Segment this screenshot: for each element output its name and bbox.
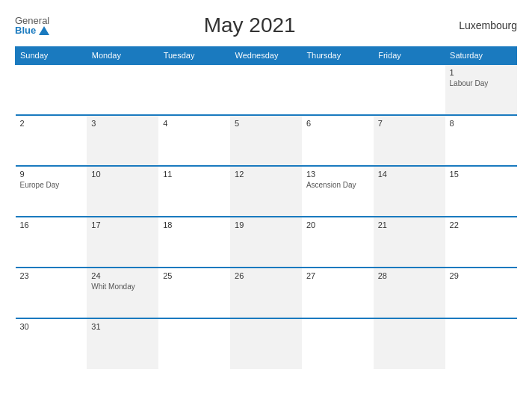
holiday-label: Europe Day [20,180,83,190]
calendar-cell [87,64,158,115]
calendar-cell [230,64,302,115]
calendar-cell: 20 [302,217,374,268]
day-number: 20 [306,220,369,229]
country-label: Luxembourg [450,19,517,31]
col-wednesday: Wednesday [230,47,302,65]
calendar-cell [158,64,230,115]
calendar-cell: 27 [302,268,374,318]
calendar-cell: 5 [230,115,302,166]
calendar-cell: 8 [445,115,517,166]
calendar-cell: 6 [302,115,374,166]
calendar-title: May 2021 [49,13,450,37]
col-thursday: Thursday [302,47,374,65]
calendar-cell: 31 [87,318,158,369]
day-number: 12 [235,170,297,179]
day-number: 4 [163,119,226,128]
day-number: 29 [450,271,513,280]
calendar-cell [230,318,302,369]
calendar-cell: 4 [158,115,230,166]
col-saturday: Saturday [445,47,517,65]
day-number: 27 [306,271,369,280]
day-number: 30 [20,322,83,331]
day-number: 17 [91,220,154,229]
day-number: 26 [235,271,297,280]
calendar-cell [158,318,230,369]
day-number: 16 [20,220,83,229]
day-number: 6 [306,119,369,128]
day-number: 21 [378,220,441,229]
calendar-cell: 26 [230,268,302,318]
day-number: 11 [163,170,226,179]
calendar-cell: 1Labour Day [445,64,517,115]
day-number: 7 [378,119,441,128]
calendar-header-row: Sunday Monday Tuesday Wednesday Thursday… [16,47,517,65]
calendar-page: General Blue May 2021 Luxembourg Sunday … [0,0,532,411]
day-number: 1 [450,68,513,77]
day-number: 25 [163,271,226,280]
day-number: 2 [20,119,83,128]
calendar-cell [445,318,517,369]
day-number: 9 [20,170,83,179]
logo: General Blue [15,16,49,35]
day-number: 15 [450,170,513,179]
day-number: 23 [20,271,83,280]
calendar-cell: 22 [445,217,517,268]
day-number: 19 [235,220,297,229]
calendar-cell: 21 [374,217,445,268]
day-number: 18 [163,220,226,229]
calendar-cell: 18 [158,217,230,268]
calendar-cell: 13Ascension Day [302,166,374,217]
calendar-cell: 16 [16,217,87,268]
calendar-cell [16,64,87,115]
calendar-cell: 24Whit Monday [87,268,158,318]
calendar-cell: 10 [87,166,158,217]
holiday-label: Ascension Day [306,180,369,190]
calendar-cell [374,64,445,115]
calendar-body: 1Labour Day23456789Europe Day10111213Asc… [16,64,517,369]
col-sunday: Sunday [16,47,87,65]
day-number: 24 [91,271,154,280]
col-tuesday: Tuesday [158,47,230,65]
calendar-cell: 14 [374,166,445,217]
holiday-label: Whit Monday [91,282,154,291]
day-number: 14 [378,170,441,179]
calendar-cell [302,64,374,115]
calendar-cell [302,318,374,369]
holiday-label: Labour Day [450,78,513,88]
day-number: 3 [91,119,154,128]
calendar-cell: 17 [87,217,158,268]
col-monday: Monday [87,47,158,65]
day-number: 10 [91,170,154,179]
calendar-header: General Blue May 2021 Luxembourg [15,13,517,37]
calendar-cell: 7 [374,115,445,166]
calendar-cell: 28 [374,268,445,318]
logo-blue-text: Blue [15,25,49,35]
calendar-table: Sunday Monday Tuesday Wednesday Thursday… [15,46,517,369]
logo-triangle-icon [39,26,49,35]
col-friday: Friday [374,47,445,65]
calendar-cell: 19 [230,217,302,268]
calendar-cell: 12 [230,166,302,217]
calendar-cell: 30 [16,318,87,369]
day-number: 13 [306,170,369,179]
day-number: 22 [450,220,513,229]
calendar-cell: 23 [16,268,87,318]
calendar-cell: 3 [87,115,158,166]
day-number: 8 [450,119,513,128]
day-number: 5 [235,119,297,128]
calendar-cell: 11 [158,166,230,217]
calendar-cell: 9Europe Day [16,166,87,217]
day-number: 31 [91,322,154,331]
calendar-cell [374,318,445,369]
day-number: 28 [378,271,441,280]
calendar-cell: 15 [445,166,517,217]
calendar-cell: 25 [158,268,230,318]
calendar-cell: 2 [16,115,87,166]
calendar-cell: 29 [445,268,517,318]
